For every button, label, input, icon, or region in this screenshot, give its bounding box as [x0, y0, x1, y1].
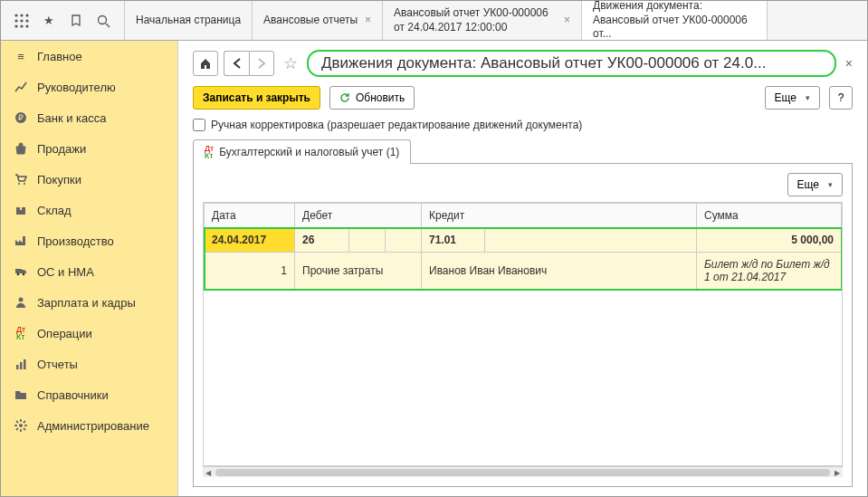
- cell-debit-acct: 26: [295, 228, 349, 253]
- sidebar-item-label: Банк и касса: [37, 111, 107, 125]
- sidebar-item-sales[interactable]: Продажи: [1, 133, 177, 164]
- tab-document[interactable]: Авансовый отчет УК00-000006 от 24.04.201…: [383, 1, 582, 40]
- svg-point-9: [99, 15, 107, 24]
- close-icon[interactable]: ×: [365, 14, 371, 28]
- tab-label: Бухгалтерский и налоговый учет (1): [219, 146, 399, 158]
- scrollbar-thumb[interactable]: [215, 469, 830, 476]
- svg-rect-23: [24, 359, 26, 369]
- table-wrap: Дата Дебет Кредит Сумма 24.04.2017 26: [203, 202, 843, 466]
- cell-debit-desc: Прочие затраты: [295, 253, 422, 290]
- favorite-toggle-icon[interactable]: ☆: [283, 53, 298, 73]
- cell-seq: 1: [205, 253, 295, 290]
- sidebar-item-operations[interactable]: ДтКт Операции: [1, 318, 177, 349]
- menu-icon: ≡: [14, 49, 28, 63]
- sidebar-item-assets[interactable]: ОС и НМА: [1, 256, 177, 287]
- sidebar-item-directories[interactable]: Справочники: [1, 379, 177, 410]
- accounting-tab[interactable]: ДтКт Бухгалтерский и налоговый учет (1): [193, 139, 411, 164]
- factory-icon: [14, 234, 28, 248]
- sidebar-item-manager[interactable]: Руководителю: [1, 72, 177, 102]
- table-action-bar: Еще: [203, 173, 843, 196]
- svg-line-30: [24, 428, 25, 430]
- table-row[interactable]: 24.04.2017 26 71.01 5 000,00: [205, 228, 842, 253]
- nav-history-group: [224, 51, 274, 76]
- sidebar-item-label: Операции: [37, 327, 92, 340]
- svg-point-3: [14, 19, 17, 22]
- svg-line-10: [106, 24, 110, 27]
- cell-credit-desc: Иванов Иван Иванович: [422, 253, 697, 290]
- table-entry[interactable]: 24.04.2017 26 71.01 5 000,00 1 Прочие за…: [205, 228, 842, 290]
- sidebar-item-label: Отчеты: [37, 358, 78, 371]
- sidebar-item-label: Руководителю: [37, 81, 116, 94]
- sidebar-item-label: Зарплата и кадры: [37, 296, 136, 310]
- col-debit[interactable]: Дебет: [295, 204, 422, 228]
- save-close-button[interactable]: Записать и закрыть: [193, 86, 320, 110]
- svg-rect-21: [16, 365, 19, 369]
- sidebar-item-main[interactable]: ≡ Главное: [1, 41, 177, 72]
- svg-point-24: [19, 424, 23, 427]
- tab-reports-list[interactable]: Авансовые отчеты ×: [253, 1, 383, 40]
- manual-edit-checkbox[interactable]: Ручная корректировка (разрешает редактир…: [193, 119, 853, 131]
- sidebar-item-purchases[interactable]: Покупки: [1, 164, 177, 195]
- svg-point-18: [17, 273, 20, 276]
- favorites-icon[interactable]: ★: [41, 13, 57, 29]
- help-button[interactable]: ?: [829, 86, 853, 110]
- cell-credit-sub: [485, 228, 697, 253]
- refresh-label: Обновить: [356, 91, 405, 104]
- dtkt-icon: ДтКт: [205, 145, 214, 159]
- person-icon: [14, 295, 28, 310]
- sidebar-item-label: Администрирование: [37, 419, 149, 433]
- svg-point-4: [20, 19, 23, 22]
- cell-debit-sub2: [386, 228, 422, 253]
- table-more-button[interactable]: Еще: [787, 173, 843, 196]
- main-layout: ≡ Главное Руководителю ₽ Банк и касса Пр…: [1, 41, 867, 496]
- sidebar-item-label: Продажи: [37, 142, 86, 156]
- history-icon[interactable]: [68, 13, 84, 29]
- table-row[interactable]: 1 Прочие затраты Иванов Иван Иванович Би…: [205, 253, 842, 290]
- close-icon[interactable]: ×: [845, 56, 853, 71]
- apps-grid-icon[interactable]: [14, 13, 30, 29]
- refresh-button[interactable]: Обновить: [329, 86, 415, 110]
- bar-chart-icon: [14, 357, 28, 371]
- horizontal-scrollbar[interactable]: ◀ ▶: [203, 466, 843, 477]
- home-button[interactable]: [193, 51, 218, 76]
- back-button[interactable]: [224, 51, 249, 76]
- refresh-icon: [339, 92, 350, 103]
- svg-point-19: [23, 273, 25, 276]
- sidebar-item-bank[interactable]: ₽ Банк и касса: [1, 102, 177, 133]
- close-icon[interactable]: ×: [564, 14, 570, 28]
- scroll-left-icon[interactable]: ◀: [203, 467, 214, 478]
- manual-edit-input[interactable]: [193, 119, 205, 131]
- scroll-right-icon[interactable]: ▶: [832, 467, 843, 478]
- col-sum[interactable]: Сумма: [697, 204, 842, 228]
- chart-up-icon: [14, 80, 28, 94]
- tab-home[interactable]: Начальная страница: [125, 1, 253, 40]
- dtkt-icon: ДтКт: [14, 326, 28, 340]
- svg-point-7: [20, 24, 23, 27]
- cell-date: 24.04.2017: [205, 228, 295, 253]
- cell-debit-sub1: [349, 228, 386, 253]
- svg-line-32: [16, 428, 18, 430]
- tab-movements[interactable]: Движения документа: Авансовый отчет УК00…: [582, 1, 768, 40]
- svg-point-13: [18, 183, 20, 185]
- search-icon[interactable]: [95, 13, 111, 29]
- forward-button[interactable]: [249, 51, 274, 76]
- svg-rect-17: [15, 269, 22, 273]
- more-button[interactable]: Еще: [765, 86, 820, 110]
- sidebar-item-warehouse[interactable]: Склад: [1, 195, 177, 225]
- sidebar-item-hr[interactable]: Зарплата и кадры: [1, 287, 177, 318]
- col-credit[interactable]: Кредит: [422, 204, 697, 228]
- svg-rect-16: [20, 207, 22, 210]
- sidebar-item-admin[interactable]: Администрирование: [1, 410, 177, 441]
- sidebar-item-production[interactable]: Производство: [1, 225, 177, 256]
- col-date[interactable]: Дата: [205, 204, 295, 228]
- sidebar-item-reports[interactable]: Отчеты: [1, 349, 177, 379]
- tab-label: Начальная страница: [136, 14, 241, 28]
- cell-sum: 5 000,00: [697, 228, 842, 253]
- bag-icon: [14, 141, 28, 156]
- svg-line-31: [24, 421, 25, 423]
- svg-point-8: [25, 24, 28, 27]
- sidebar-item-label: Производство: [37, 234, 114, 248]
- svg-rect-22: [20, 362, 23, 369]
- tab-label: Авансовые отчеты: [263, 14, 358, 28]
- svg-point-6: [14, 24, 17, 27]
